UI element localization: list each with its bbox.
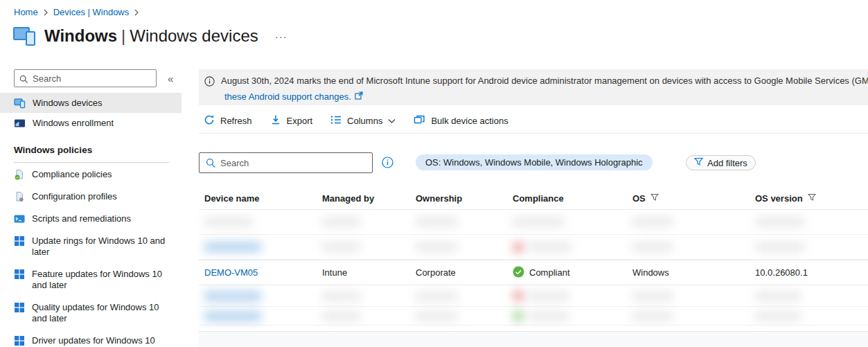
more-options-button[interactable]: ··· xyxy=(275,30,287,42)
breadcrumb-devices-windows-link[interactable]: Devices | Windows xyxy=(53,7,130,17)
filter-funnel-icon[interactable] xyxy=(808,193,816,204)
os-value: Windows xyxy=(632,267,669,278)
filter-funnel-icon[interactable] xyxy=(650,193,659,204)
sidebar-item-update-rings[interactable]: Update rings for Windows 10 and later xyxy=(0,230,181,263)
chevron-down-icon xyxy=(388,116,396,126)
sidebar-item-label: Configuration profiles xyxy=(32,191,117,202)
sidebar-item-quality-updates[interactable]: Quality updates for Windows 10 and later xyxy=(0,296,181,330)
sidebar-item-label: Quality updates for Windows 10 and later xyxy=(32,302,172,324)
os-version-value: 10.0.26080.1 xyxy=(755,267,808,278)
column-header-os[interactable]: OS xyxy=(632,193,755,204)
table-row-demo-vm05[interactable]: DEMO-VM05 Intune Corporate Compliant Win… xyxy=(199,260,868,285)
sidebar: « Windows devices Wi xyxy=(0,68,181,347)
column-header-compliance[interactable]: Compliance xyxy=(513,193,632,204)
sidebar-item-configuration-profiles[interactable]: Configuration profiles xyxy=(0,186,181,208)
add-filters-label: Add filters xyxy=(707,158,747,168)
main-content: August 30th, 2024 marks the end of Micro… xyxy=(199,68,868,347)
sidebar-item-compliance-policies[interactable]: Compliance policies xyxy=(0,163,181,186)
device-search-input[interactable] xyxy=(220,154,367,172)
table-row-redacted[interactable] xyxy=(199,285,868,307)
sidebar-nav: Windows devices Windows enrollment xyxy=(0,93,181,133)
bulk-device-actions-label: Bulk device actions xyxy=(431,116,508,126)
configuration-doc-gear-icon xyxy=(14,191,25,202)
sidebar-item-label: Compliance policies xyxy=(32,169,112,180)
managed-by-value: Intune xyxy=(322,267,347,278)
windows-logo-icon xyxy=(14,335,25,346)
sidebar-item-feature-updates[interactable]: Feature updates for Windows 10 and later xyxy=(0,263,181,296)
bulk-device-actions-button[interactable]: Bulk device actions xyxy=(414,114,508,127)
banner-link[interactable]: these Android support changes. xyxy=(224,91,351,102)
sidebar-item-label: Driver updates for Windows 10 xyxy=(32,335,155,346)
column-header-os-version[interactable]: OS version xyxy=(755,193,868,204)
sidebar-divider xyxy=(14,162,169,163)
windows-devices-icon xyxy=(14,98,26,109)
export-icon xyxy=(270,114,281,127)
export-label: Export xyxy=(287,116,313,126)
search-icon xyxy=(19,74,28,87)
page-header: Windows|Windows devices ··· xyxy=(12,25,287,47)
table-header: Device name Managed by Ownership Complia… xyxy=(199,187,868,210)
column-header-ownership[interactable]: Ownership xyxy=(416,193,513,204)
windows-logo-icon xyxy=(14,269,25,280)
sidebar-search-box xyxy=(14,69,157,87)
sidebar-item-label: Windows enrollment xyxy=(33,118,114,128)
notification-banner: August 30th, 2024 marks the end of Micro… xyxy=(199,69,868,105)
sidebar-item-windows-devices[interactable]: Windows devices xyxy=(0,93,181,113)
windows-enrollment-icon xyxy=(14,118,26,129)
command-bar: Refresh Export Columns xyxy=(199,108,868,134)
banner-text: August 30th, 2024 marks the end of Micro… xyxy=(221,75,868,86)
compliant-check-icon xyxy=(513,266,524,280)
column-header-managed-by[interactable]: Managed by xyxy=(322,193,416,204)
bulk-actions-icon xyxy=(414,114,425,127)
chevron-right-icon xyxy=(134,9,139,16)
page-title: Windows|Windows devices xyxy=(44,26,258,46)
sidebar-item-label: Feature updates for Windows 10 and later xyxy=(32,269,172,291)
device-name-link[interactable]: DEMO-VM05 xyxy=(204,267,258,278)
os-filter-pill[interactable]: OS: Windows, Windows Mobile, Windows Hol… xyxy=(416,154,653,170)
compliance-doc-check-icon xyxy=(14,169,25,180)
device-search-box xyxy=(199,152,373,173)
add-filters-button[interactable]: Add filters xyxy=(686,155,756,170)
sidebar-policy-list: Compliance policies Configuration profil… xyxy=(0,163,181,347)
chevron-right-icon xyxy=(43,9,48,16)
collapse-sidebar-button[interactable]: « xyxy=(168,73,173,84)
filter-row: OS: Windows, Windows Mobile, Windows Hol… xyxy=(199,152,868,173)
table-row-redacted[interactable] xyxy=(199,307,868,326)
info-icon[interactable] xyxy=(382,157,393,171)
table-row-redacted[interactable] xyxy=(199,235,868,260)
table-row-redacted[interactable] xyxy=(199,210,868,235)
sidebar-item-label: Scripts and remediations xyxy=(32,213,131,224)
sidebar-item-scripts-remediations[interactable]: Scripts and remediations xyxy=(0,208,181,230)
external-link-icon xyxy=(355,91,363,102)
sidebar-item-windows-enrollment[interactable]: Windows enrollment xyxy=(0,113,181,133)
windows-devices-icon xyxy=(12,25,37,47)
search-icon xyxy=(206,158,216,171)
sidebar-search-input[interactable] xyxy=(33,70,154,87)
device-table-rows: DEMO-VM05 Intune Corporate Compliant Win… xyxy=(199,210,868,326)
ownership-value: Corporate xyxy=(416,267,456,278)
export-button[interactable]: Export xyxy=(270,114,313,127)
intune-windows-devices-page: Home Devices | Windows Windows|Windows d… xyxy=(0,0,868,347)
compliance-value: Compliant xyxy=(529,267,570,278)
columns-icon xyxy=(330,114,342,127)
sidebar-item-label: Update rings for Windows 10 and later xyxy=(32,235,172,258)
windows-logo-icon xyxy=(14,235,25,247)
refresh-icon xyxy=(204,114,215,127)
windows-logo-icon xyxy=(14,302,25,313)
sidebar-item-driver-updates[interactable]: Driver updates for Windows 10 xyxy=(0,330,181,347)
columns-button[interactable]: Columns xyxy=(330,114,396,127)
refresh-button[interactable]: Refresh xyxy=(204,114,252,127)
scripts-console-icon xyxy=(14,213,25,224)
info-icon xyxy=(204,76,215,89)
sidebar-item-label: Windows devices xyxy=(33,98,102,108)
columns-label: Columns xyxy=(347,116,382,126)
breadcrumb-home-link[interactable]: Home xyxy=(14,7,38,17)
filter-funnel-icon xyxy=(694,157,703,168)
refresh-label: Refresh xyxy=(220,116,252,126)
horizontal-scrollbar-track[interactable] xyxy=(199,331,868,347)
column-header-device-name[interactable]: Device name xyxy=(204,193,322,204)
sidebar-section-title: Windows policies xyxy=(14,145,181,155)
breadcrumb: Home Devices | Windows xyxy=(14,7,139,17)
